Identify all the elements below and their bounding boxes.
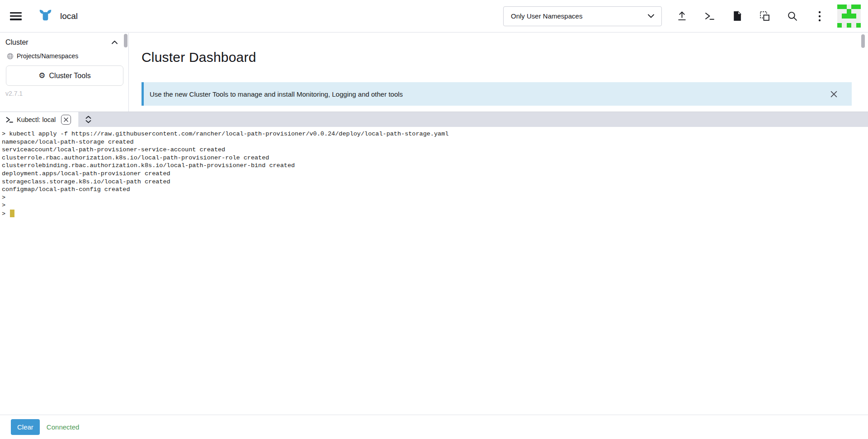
menu-icon[interactable]	[10, 12, 22, 20]
terminal-line: >	[2, 194, 868, 202]
terminal-line: serviceaccount/local-path-provisioner-se…	[2, 146, 868, 154]
terminal-footer: Clear Connected	[0, 415, 868, 439]
gear-icon: ⚙	[38, 72, 45, 79]
namespace-filter-value: Only User Namespaces	[511, 12, 582, 20]
cluster-tools-label: Cluster Tools	[49, 72, 91, 80]
tab-kubectl-local[interactable]: Kubectl: local	[0, 112, 79, 127]
sidebar-item-label: Projects/Namespaces	[17, 52, 78, 60]
terminal-line: deployment.apps/local-path-provisioner c…	[2, 170, 868, 178]
globe-icon	[7, 53, 14, 60]
avatar[interactable]	[837, 5, 861, 28]
chevron-down-icon	[648, 14, 654, 18]
terminal-line: > kubectl apply -f https://raw.githubuse…	[2, 130, 868, 138]
banner-text: Use the new Cluster Tools to manage and …	[150, 90, 403, 98]
namespace-filter-select[interactable]: Only User Namespaces	[503, 6, 662, 26]
terminal-line: clusterrole.rbac.authorization.k8s.io/lo…	[2, 154, 868, 162]
cluster-name: local	[60, 11, 78, 21]
connection-status: Connected	[47, 423, 80, 431]
sidebar-group-label: Cluster	[5, 38, 28, 47]
shell-prompt-icon	[6, 116, 13, 123]
main-content: Cluster Dashboard Use the new Cluster To…	[129, 33, 868, 112]
terminal-line: >	[2, 201, 868, 210]
tab-close-icon[interactable]	[61, 115, 71, 125]
panel-resize-toggle-icon[interactable]	[79, 112, 98, 127]
banner-close-icon[interactable]	[828, 89, 839, 99]
import-yaml-icon[interactable]	[755, 6, 774, 26]
terminal-cursor	[10, 210, 14, 217]
terminal-output[interactable]: > kubectl apply -f https://raw.githubuse…	[0, 127, 868, 415]
version-label: v2.7.1	[5, 90, 128, 97]
file-icon[interactable]	[727, 6, 747, 26]
terminal-tabbar: Kubectl: local	[0, 112, 868, 127]
clear-button[interactable]: Clear	[11, 419, 40, 435]
header-actions: Only User Namespaces	[503, 5, 861, 28]
cluster-tools-button[interactable]: ⚙ Cluster Tools	[6, 65, 123, 86]
kebab-menu-icon[interactable]	[810, 6, 830, 26]
upload-icon[interactable]	[672, 6, 692, 26]
sidebar-scrollbar[interactable]	[124, 34, 127, 47]
terminal-line: namespace/local-path-storage created	[2, 138, 868, 146]
app-header: local Only User Namespaces	[0, 0, 868, 33]
terminal-line: storageclass.storage.k8s.io/local-path c…	[2, 178, 868, 186]
kubectl-shell-icon[interactable]	[699, 6, 719, 26]
sidebar: Cluster Projects/Namespaces ⚙ Cluster To…	[0, 33, 129, 112]
terminal-line: clusterrolebinding.rbac.authorization.k8…	[2, 162, 868, 170]
sidebar-group-cluster[interactable]: Cluster	[0, 33, 128, 47]
cluster-tools-banner: Use the new Cluster Tools to manage and …	[142, 82, 852, 106]
tab-label: Kubectl: local	[17, 116, 56, 123]
rancher-logo[interactable]	[38, 9, 52, 23]
chevron-up-icon[interactable]	[112, 41, 118, 44]
sidebar-item-projects-namespaces[interactable]: Projects/Namespaces	[0, 47, 128, 60]
terminal-line: >	[2, 210, 868, 218]
search-icon[interactable]	[782, 6, 802, 26]
terminal-line: configmap/local-path-config created	[2, 186, 868, 194]
page-title: Cluster Dashboard	[142, 50, 868, 65]
terminal-panel: Kubectl: local > kubectl apply -f https:…	[0, 112, 868, 439]
content-scrollbar[interactable]	[861, 34, 865, 48]
